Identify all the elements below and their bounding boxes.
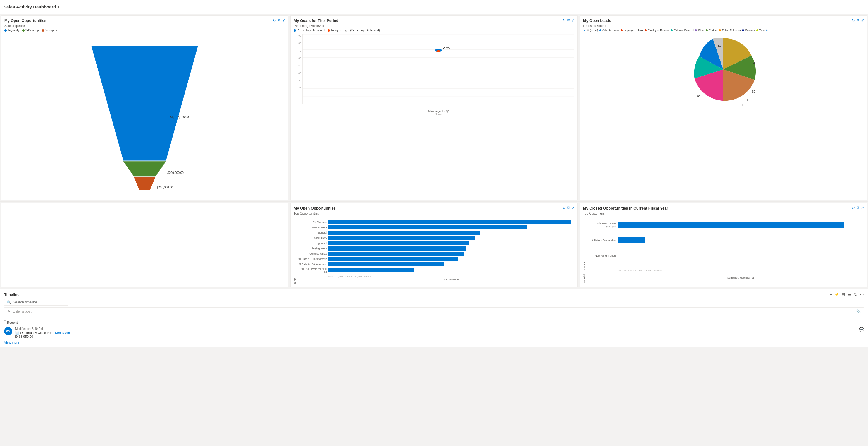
x-axis-ticks: 0.00 20,000 40,000 60,000 80,000+: [328, 275, 574, 278]
my-open-leads-panel: My Open Leads ↻ ⧉ ⤢ Leads by Source ◄ (b…: [580, 15, 867, 200]
activity-text: 📄 Opportunity Close from: Kenny Smith: [15, 331, 856, 335]
stage2-label: $200,000.00: [167, 171, 184, 174]
expand-btn-topp[interactable]: ⤢: [572, 205, 575, 210]
copy-btn-opp[interactable]: ⧉: [278, 18, 280, 23]
expand-btn-closed[interactable]: ⤢: [861, 205, 864, 210]
target-point-dot: [437, 50, 441, 52]
timeline-search-icon: 🔍: [7, 300, 11, 304]
timeline-filter-icon[interactable]: ⚡: [834, 292, 839, 297]
copy-btn-goals[interactable]: ⧉: [567, 18, 570, 23]
leads-legend: ◄ (blank) Advertisement employee referal…: [583, 29, 864, 32]
closed-x-axis-ticks: 0.0 100,000 200,000 300,000 400,000+: [618, 269, 864, 272]
post-placeholder: Enter a post...: [12, 309, 34, 314]
timeline-list-icon[interactable]: ☰: [848, 292, 851, 297]
x-axis-label-topp: Est. revenue: [328, 278, 574, 281]
chevron-down-recent[interactable]: ˅: [4, 321, 6, 324]
pie-label-67: 67: [752, 90, 756, 93]
my-open-opportunities-panel: My Open Opportunities ↻ ⧉ ⤢ Sales Pipeli…: [1, 15, 288, 200]
closed-x-axis-label: Sum (Est. revenue) ($): [618, 276, 864, 279]
funnel-container: $1,102,475.00 $200,000.00 $200,000.00: [4, 33, 285, 197]
sales-pipeline-label: Sales Pipeline: [4, 24, 285, 28]
goals-chart-svg: 76: [303, 34, 574, 104]
expand-btn-goals[interactable]: ⤢: [572, 18, 575, 23]
clip-icon: 📎: [856, 309, 861, 314]
activity-amount: $468,950.00: [15, 335, 856, 338]
pct-achieved-dot: [293, 29, 296, 32]
legend-qualify: 1-Qualify: [4, 29, 19, 32]
funnel-stage1: [91, 46, 198, 160]
activity-chat-icon[interactable]: 💬: [859, 327, 864, 332]
pie-chart-container: 62 54 67 64 4 1 2 21 1: [583, 33, 864, 106]
goals-legend: Percentage Achieved Today's Target (Perc…: [293, 29, 574, 32]
dashboard-body: My Open Opportunities ↻ ⧉ ⤢ Sales Pipeli…: [0, 14, 868, 446]
copy-btn-topp[interactable]: ⧉: [567, 205, 570, 210]
my-goals-panel: My Goals for This Period ↻ ⧉ ⤢ Percentag…: [290, 15, 577, 200]
refresh-btn-goals[interactable]: ↻: [562, 18, 566, 23]
top-opp-row-6: Contoso Oppty: [298, 252, 574, 256]
dashboard-title: Sales Activity Dashboard: [3, 4, 56, 9]
activity-description: Opportunity Close from:: [20, 331, 54, 334]
refresh-btn-topp[interactable]: ↻: [562, 205, 566, 210]
goals-title: My Goals for This Period: [293, 19, 574, 23]
header-chevron-icon[interactable]: ▾: [58, 5, 59, 8]
x-axis-label: Sales target for Q3 Name: [302, 110, 574, 116]
timeline-refresh-icon[interactable]: ↻: [854, 292, 858, 297]
bottom-charts-row: My Open Opportunities ↻ ⧉ ⤢ Top Opportun…: [0, 202, 868, 289]
refresh-btn-opp[interactable]: ↻: [273, 18, 276, 23]
propose-dot: [42, 29, 44, 32]
top-opp-row-4: general: [298, 241, 574, 245]
legend-propose: 3-Propose: [42, 29, 59, 32]
leads-panel-actions: ↻ ⧉ ⤢: [851, 18, 864, 23]
timeline-more-icon[interactable]: ⋯: [860, 292, 864, 297]
top-opportunities-panel: My Open Opportunities ↻ ⧉ ⤢ Top Opportun…: [290, 203, 577, 287]
prev-legend-btn[interactable]: ◄: [583, 29, 586, 32]
activity-content: Modified on: 5:30 PM 📄 Opportunity Close…: [15, 327, 856, 338]
refresh-btn-closed[interactable]: ↻: [851, 205, 855, 210]
funnel-stage2: [123, 161, 166, 176]
copy-btn-closed[interactable]: ⧉: [857, 205, 859, 210]
pie-label-54: 54: [752, 61, 756, 65]
closed-opp-title: My Closed Opportunities in Current Fisca…: [583, 206, 864, 210]
closed-opp-subtitle: Top Customers: [583, 212, 864, 215]
top-opp-row-3: price query: [298, 236, 574, 240]
goals-chart-area: 90 80 70 60 50 40 30 20 10 0: [293, 34, 574, 110]
timeline-grid-icon[interactable]: ▦: [842, 292, 845, 297]
spacer-panel: [1, 203, 288, 287]
expand-btn-opp[interactable]: ⤢: [282, 18, 285, 23]
legend-pct-achieved: Percentage Achieved: [293, 29, 324, 32]
activity-user-link[interactable]: Kenny Smith: [55, 331, 73, 334]
activity-row: KS Modified on: 5:30 PM 📄 Opportunity Cl…: [4, 326, 864, 339]
timeline-section: Timeline + ⚡ ▦ ☰ ↻ ⋯ 🔍 ✎ Enter a post...…: [0, 289, 868, 347]
leads-title: My Open Leads: [583, 19, 864, 23]
top-opp-row-9: 100 Air Fryers for ABC Inc: [298, 267, 574, 273]
top-opp-chart-wrapper: Topic TK-Tim seto Laser Printers general: [293, 217, 574, 284]
refresh-btn-leads[interactable]: ↻: [851, 18, 855, 23]
expand-btn-leads[interactable]: ⤢: [861, 18, 864, 23]
timeline-search-input[interactable]: [13, 300, 66, 304]
open-opportunities-title: My Open Opportunities: [4, 19, 285, 23]
closed-opportunities-panel: My Closed Opportunities in Current Fisca…: [580, 203, 867, 287]
target-dot: [328, 29, 330, 32]
top-opp-panel-actions: ↻ ⧉ ⤢: [562, 205, 575, 210]
goals-chart-inner: 76: [302, 34, 574, 105]
svg-text:76: 76: [442, 46, 450, 50]
pie-label-62: 62: [718, 44, 721, 48]
activity-icon: 📄: [15, 331, 19, 334]
top-charts-row: My Open Opportunities ↻ ⧉ ⤢ Sales Pipeli…: [0, 14, 868, 202]
closed-opp-panel-actions: ↻ ⧉ ⤢: [851, 205, 864, 210]
top-customers-row-2: Northwind Traders: [587, 252, 864, 259]
pie-label-2: 2: [747, 99, 748, 101]
pie-label-64: 64: [697, 94, 701, 97]
copy-btn-leads[interactable]: ⧉: [857, 18, 859, 23]
target-label: Today's Target (Percentage Achieved): [331, 29, 380, 32]
top-customers-row-1: A Datum Corporation: [587, 237, 864, 243]
next-legend-btn[interactable]: ►: [766, 29, 769, 32]
top-opp-row-2: general: [298, 231, 574, 235]
timeline-add-icon[interactable]: +: [830, 292, 832, 297]
timeline-search-box[interactable]: 🔍: [4, 299, 68, 305]
post-input-area[interactable]: ✎ Enter a post... 📎: [4, 307, 864, 316]
legend-develop: 2-Develop: [22, 29, 39, 32]
view-more-link[interactable]: View more: [4, 340, 19, 344]
top-opp-row-1: Laser Printers: [298, 225, 574, 230]
pie-chart-svg: 62 54 67 64 4 1 2 21 1: [677, 33, 770, 106]
